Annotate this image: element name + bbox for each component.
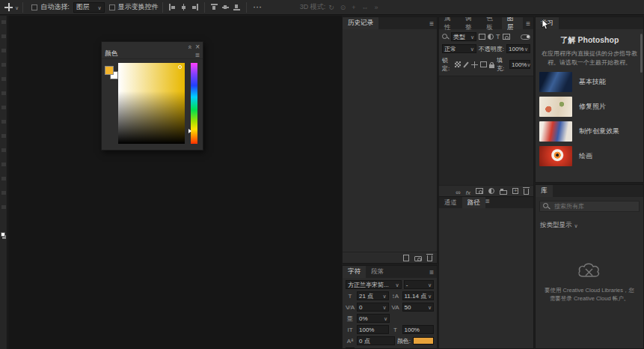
tab-swatches[interactable]: 色板 xyxy=(481,17,502,29)
foreground-color-swatch[interactable] xyxy=(105,66,114,75)
lock-position-icon[interactable] xyxy=(471,61,478,68)
align-top-icon[interactable] xyxy=(211,4,218,10)
view-by-type-dropdown[interactable]: 按类型显示 xyxy=(540,221,639,230)
vertical-scale-field[interactable]: 100% xyxy=(357,325,389,334)
color-field-cursor[interactable] xyxy=(178,65,182,69)
filter-adjustment-layers-icon[interactable] xyxy=(488,34,494,40)
show-transform-checkbox[interactable] xyxy=(109,4,115,10)
font-size-value: 21 点 xyxy=(359,292,373,300)
vertical-scale-icon: IT xyxy=(346,327,355,333)
filter-search-icon xyxy=(442,34,449,40)
list-item[interactable]: 绘画 xyxy=(536,144,643,169)
tracking-field[interactable]: 50 xyxy=(402,303,435,312)
new-adjustment-layer-icon[interactable] xyxy=(488,188,494,194)
tab-libraries[interactable]: 库 xyxy=(536,185,553,197)
align-left-icon[interactable] xyxy=(169,4,176,10)
tab-layers[interactable]: 图层 xyxy=(502,17,523,29)
lock-transparency-icon[interactable] xyxy=(455,61,461,67)
foreground-color-swatch[interactable] xyxy=(1,232,5,237)
lock-all-icon[interactable] xyxy=(489,64,494,68)
chevron-down-icon xyxy=(428,304,432,311)
tab-adjustments[interactable]: 调整 xyxy=(460,17,481,29)
saturation-brightness-field[interactable] xyxy=(118,63,185,144)
align-bottom-icon[interactable] xyxy=(233,4,240,10)
new-snapshot-icon[interactable] xyxy=(414,256,422,261)
new-layer-icon[interactable] xyxy=(512,188,518,194)
collapse-panel-icon[interactable] xyxy=(188,39,191,52)
more-align-options-icon[interactable] xyxy=(254,4,263,11)
proportional-spacing-field[interactable]: 0% xyxy=(357,314,390,323)
baseline-shift-field[interactable]: 0 点 xyxy=(357,336,395,345)
tab-paragraph[interactable]: 段落 xyxy=(366,266,389,278)
move-tool-icon[interactable] xyxy=(4,3,13,11)
lock-artboard-icon[interactable] xyxy=(480,61,487,67)
color-panel-titlebar[interactable] xyxy=(102,42,203,49)
delete-layer-icon[interactable] xyxy=(524,189,529,195)
leading-field[interactable]: 11.14 点 xyxy=(402,291,435,300)
opacity-field[interactable]: 100% xyxy=(506,44,530,53)
panel-menu-icon[interactable] xyxy=(526,19,530,28)
text-color-swatch[interactable] xyxy=(413,337,434,345)
panel-menu-icon[interactable] xyxy=(429,268,434,276)
history-tabbar: 历史记录 xyxy=(343,17,437,29)
learn-title: 了解 Photoshop xyxy=(536,35,643,46)
auto-select-target-value: 图层 xyxy=(76,2,90,12)
layer-filter-dropdown[interactable]: 类型 xyxy=(451,32,476,41)
fill-field[interactable]: 100% xyxy=(509,60,530,69)
list-item[interactable]: 制作创意效果 xyxy=(536,119,643,144)
tab-history[interactable]: 历史记录 xyxy=(343,17,378,29)
tab-character[interactable]: 字符 xyxy=(343,266,366,278)
fill-label: 填充: xyxy=(497,56,507,73)
font-family-dropdown[interactable]: 方正兰亭宋简... xyxy=(346,280,402,289)
font-size-field[interactable]: 21 点 xyxy=(357,291,389,300)
hue-slider[interactable] xyxy=(191,63,197,144)
align-center-icon[interactable] xyxy=(180,4,187,10)
list-item[interactable]: 基本技能 xyxy=(536,70,643,94)
filter-pixel-layers-icon[interactable] xyxy=(479,34,485,40)
mouse-cursor xyxy=(542,19,550,30)
font-style-dropdown[interactable]: - xyxy=(404,280,434,289)
tab-properties[interactable]: 属性 xyxy=(439,17,460,29)
new-group-icon[interactable] xyxy=(500,190,507,195)
history-list[interactable] xyxy=(343,29,437,252)
horizontal-scale-value: 100% xyxy=(405,327,420,333)
add-mask-icon[interactable] xyxy=(476,188,483,194)
tab-channels[interactable]: 通道 xyxy=(439,197,462,208)
kerning-value: 0 xyxy=(359,304,362,311)
paths-list[interactable] xyxy=(439,208,533,348)
auto-select-checkbox[interactable] xyxy=(31,4,37,10)
character-panel: 字符 段落 方正兰亭宋简... - T 21 点 ↕A 11.14 点 xyxy=(342,265,438,349)
align-right-icon[interactable] xyxy=(191,4,198,10)
panel-menu-icon[interactable] xyxy=(485,198,490,205)
auto-select-target-dropdown[interactable]: 图层 xyxy=(73,2,105,13)
leading-icon: ↕A xyxy=(391,293,400,300)
blend-mode-dropdown[interactable]: 正常 xyxy=(442,44,476,53)
layers-tabbar: 属性 调整 色板 图层 xyxy=(439,17,533,29)
scrollbar[interactable] xyxy=(640,34,643,73)
lock-pixels-icon[interactable] xyxy=(463,61,468,67)
align-middle-icon[interactable] xyxy=(222,4,229,10)
opacity-label: 不透明度: xyxy=(479,45,504,53)
filter-type-layers-icon[interactable] xyxy=(496,33,500,40)
chevron-down-icon xyxy=(384,315,387,322)
tool-preset-chevron-icon[interactable] xyxy=(15,4,19,11)
new-document-from-state-icon[interactable] xyxy=(403,255,409,261)
filter-shape-layers-icon[interactable] xyxy=(503,34,510,40)
proportional-spacing-icon: 亜 xyxy=(346,315,355,323)
kerning-field[interactable]: 0 xyxy=(357,303,389,312)
tab-paths[interactable]: 路径 xyxy=(462,197,485,208)
delete-state-icon[interactable] xyxy=(427,255,432,261)
hue-slider-marker[interactable] xyxy=(188,129,191,133)
list-item[interactable]: 修复照片 xyxy=(536,94,643,119)
panel-menu-icon[interactable] xyxy=(429,19,434,28)
chevron-down-icon xyxy=(524,46,528,52)
divider xyxy=(204,2,205,13)
filter-toggle[interactable] xyxy=(521,34,530,40)
layers-list[interactable] xyxy=(439,76,533,185)
toolbox-strip[interactable] xyxy=(0,16,7,349)
creative-cloud-signin: 要使用 Creative Cloud Libraries，您需要登录 Creat… xyxy=(536,261,643,303)
horizontal-scale-field[interactable]: 100% xyxy=(402,325,435,334)
character-tabbar: 字符 段落 xyxy=(343,266,437,278)
tab-color[interactable]: 颜色 xyxy=(105,49,117,58)
search-input[interactable] xyxy=(553,202,638,210)
